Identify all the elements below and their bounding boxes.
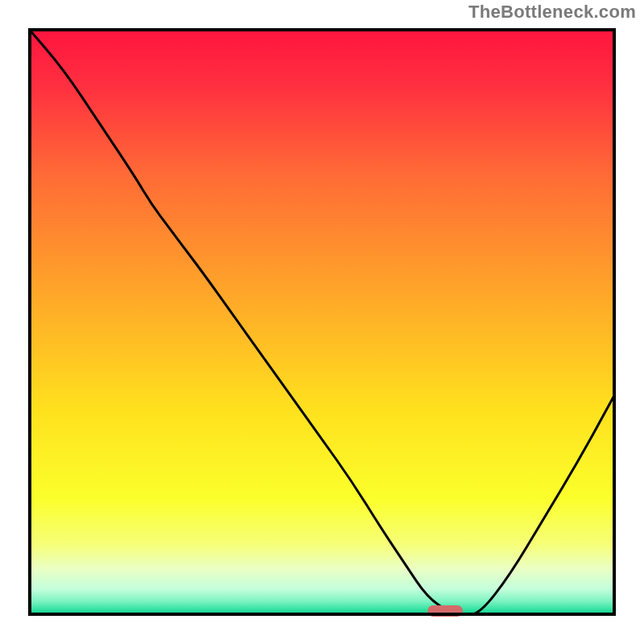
chart-stage: TheBottleneck.com — [0, 0, 644, 644]
watermark-text: TheBottleneck.com — [469, 2, 636, 23]
plot-area — [28, 28, 616, 616]
optimal-marker — [427, 605, 463, 617]
background-gradient — [28, 28, 616, 616]
